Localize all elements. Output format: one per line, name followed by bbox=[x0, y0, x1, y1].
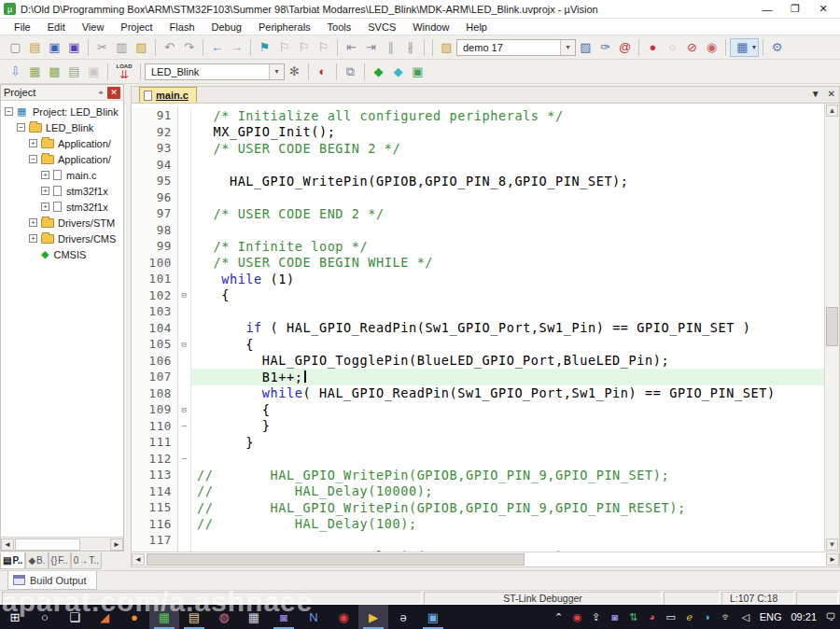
load-flash-button[interactable]: LOAD ⇊ bbox=[112, 62, 136, 82]
code-area[interactable]: 91 /* Initialize all configured peripher… bbox=[132, 104, 824, 552]
find-in-files-icon[interactable]: ▧ bbox=[437, 38, 456, 57]
tree-item-project-root[interactable]: −▦Project: LED_Blink bbox=[1, 104, 123, 119]
window-layout-dropdown[interactable]: ▦ ▾ bbox=[730, 38, 759, 57]
action-center-icon[interactable]: 🗨 bbox=[821, 605, 840, 629]
editor-hscrollbar[interactable]: ◄ ► bbox=[132, 552, 839, 566]
bookmark-next-icon[interactable]: ⚐ bbox=[294, 38, 314, 57]
matlab-icon[interactable]: ◢ bbox=[90, 605, 119, 629]
expand-icon[interactable]: + bbox=[29, 234, 37, 243]
code-line-113[interactable]: 113// HAL_GPIO_WritePin(GPIOB,GPIO_PIN_9… bbox=[132, 467, 824, 483]
fold-marker-icon[interactable]: ⊟ bbox=[178, 287, 191, 304]
code-line-98[interactable]: 98 bbox=[132, 222, 824, 239]
code-line-100[interactable]: 100 /* USER CODE BEGIN WHILE */ bbox=[132, 255, 824, 272]
code-line-101[interactable]: 101 while (1) bbox=[132, 271, 824, 287]
uncomment-icon[interactable]: ∦ bbox=[400, 38, 420, 57]
idm-icon[interactable]: ◗ bbox=[699, 605, 718, 629]
breakpoint-kill-icon[interactable]: ⊘ bbox=[682, 38, 702, 57]
incremental-find-icon[interactable]: ✑ bbox=[595, 38, 615, 57]
nav-forward-icon[interactable]: → bbox=[227, 38, 246, 57]
firefox-icon[interactable]: ● bbox=[119, 605, 149, 629]
scroll-right-icon[interactable]: ► bbox=[826, 553, 839, 566]
fold-marker-icon[interactable]: ⊟ bbox=[178, 401, 191, 418]
configure-icon[interactable]: ⚙ bbox=[767, 38, 787, 57]
redo-icon[interactable]: ↷ bbox=[179, 38, 199, 57]
code-line-102[interactable]: 102⊟ { bbox=[132, 287, 824, 304]
scroll-thumb[interactable] bbox=[147, 553, 525, 566]
menu-help[interactable]: Help bbox=[457, 21, 496, 34]
editor-vscrollbar[interactable]: ▲ ▼ bbox=[824, 104, 839, 552]
scroll-thumb[interactable] bbox=[826, 307, 838, 346]
bookmark-prev-icon[interactable]: ⚐ bbox=[274, 38, 294, 57]
camera-tray-icon[interactable]: ◙ bbox=[606, 605, 624, 629]
scroll-up-icon[interactable]: ▲ bbox=[826, 105, 838, 117]
pack-installer-icon[interactable]: ◆ bbox=[369, 63, 388, 81]
code-line-110[interactable]: 110– } bbox=[132, 418, 824, 435]
menu-flash[interactable]: Flash bbox=[161, 21, 203, 34]
target-combo-arrow-icon[interactable]: ▾ bbox=[269, 64, 284, 79]
code-line-117[interactable]: 117 bbox=[132, 532, 824, 549]
start-button[interactable]: ⊞ bbox=[0, 605, 30, 629]
maximize-button[interactable]: ❐ bbox=[782, 1, 808, 18]
minimize-button[interactable]: — bbox=[754, 1, 780, 18]
code-line-104[interactable]: 104 if ( HAL_GPIO_ReadPin(Sw1_GPIO_Port,… bbox=[132, 320, 824, 337]
save-icon[interactable]: ▣ bbox=[45, 38, 64, 57]
code-line-111[interactable]: 111 } bbox=[132, 434, 824, 451]
code-line-116[interactable]: 116// HAL_Delay(100); bbox=[132, 516, 824, 533]
copy-icon[interactable]: ▥ bbox=[112, 38, 132, 57]
menu-peripherals[interactable]: Peripherals bbox=[250, 21, 319, 34]
menu-view[interactable]: View bbox=[74, 21, 113, 34]
menu-svcs[interactable]: SVCS bbox=[359, 21, 404, 34]
new-file-icon[interactable]: ▢ bbox=[6, 38, 25, 57]
manage-kits-icon[interactable]: ▣ bbox=[408, 63, 427, 81]
code-line-93[interactable]: 93 /* USER CODE BEGIN 2 */ bbox=[132, 140, 824, 157]
tree-item-main-c[interactable]: +main.c bbox=[1, 167, 123, 183]
code-line-96[interactable]: 96 bbox=[132, 189, 824, 206]
panel-tab-books[interactable]: ◆B. bbox=[25, 552, 48, 569]
volume-icon[interactable]: ◁ bbox=[736, 605, 755, 629]
stop-build-icon[interactable]: ▣ bbox=[84, 63, 104, 81]
tree-item-stm32f1-2[interactable]: +stm32f1x bbox=[1, 199, 123, 215]
target-combo[interactable]: LED_Blink ▾ bbox=[145, 63, 285, 80]
scroll-thumb[interactable] bbox=[15, 538, 80, 551]
battery-icon[interactable]: ▭ bbox=[662, 605, 680, 629]
code-line-95[interactable]: 95 HAL_GPIO_WritePin(GPIOB,GPIO_PIN_8,GP… bbox=[132, 173, 824, 189]
tree-item-drivers-stm[interactable]: +Drivers/STM bbox=[1, 215, 123, 231]
uvision-icon[interactable]: ▦ bbox=[149, 605, 179, 629]
camera-app-icon[interactable]: ◙ bbox=[269, 605, 299, 629]
collapse-icon[interactable]: − bbox=[17, 123, 25, 132]
cut-icon[interactable]: ✂ bbox=[92, 38, 112, 57]
code-line-112[interactable]: 112– bbox=[132, 451, 824, 468]
code-line-109[interactable]: 109⊟ { bbox=[132, 401, 824, 418]
breakpoint-insert-icon[interactable]: ● bbox=[643, 38, 663, 57]
find-document-icon[interactable]: ▨ bbox=[576, 38, 595, 57]
undo-icon[interactable]: ↶ bbox=[160, 38, 179, 57]
collapse-icon[interactable]: − bbox=[5, 107, 13, 116]
find-at-icon[interactable]: @ bbox=[615, 38, 635, 57]
bookmark-clear-icon[interactable]: ⚐ bbox=[314, 38, 333, 57]
pin-icon[interactable]: ⌖ bbox=[94, 87, 107, 99]
build-output-tab[interactable]: Build Output bbox=[7, 571, 97, 590]
code-line-106[interactable]: 106 HAL_GPIO_TogglePin(BlueLED_GPIO_Port… bbox=[132, 353, 824, 370]
nav-back-icon[interactable]: ← bbox=[207, 38, 227, 57]
expand-icon[interactable]: + bbox=[29, 139, 37, 147]
build-icon[interactable]: ▦ bbox=[25, 63, 45, 81]
breakpoint-disable-all-icon[interactable]: ◉ bbox=[702, 38, 721, 57]
scroll-left-icon[interactable]: ◄ bbox=[1, 538, 14, 551]
clock[interactable]: 09:21 bbox=[786, 611, 821, 622]
tab-close-icon[interactable]: ✕ bbox=[828, 89, 835, 99]
target-options-icon[interactable]: ✻ bbox=[285, 63, 304, 81]
collapse-icon[interactable]: − bbox=[29, 155, 37, 163]
runtime-env-icon[interactable]: ◆ bbox=[388, 63, 408, 81]
n-app-icon[interactable]: N bbox=[299, 605, 329, 629]
menu-edit[interactable]: Edit bbox=[39, 21, 74, 34]
scroll-down-icon[interactable]: ▼ bbox=[826, 538, 838, 551]
close-button[interactable]: ✕ bbox=[810, 1, 836, 18]
batch-build-icon[interactable]: ▤ bbox=[64, 63, 84, 81]
indent-right-icon[interactable]: ⇥ bbox=[361, 38, 381, 57]
menu-tools[interactable]: Tools bbox=[319, 21, 360, 34]
debug-session-icon[interactable]: ◐ bbox=[313, 63, 332, 81]
indent-left-icon[interactable]: ⇤ bbox=[342, 38, 361, 57]
windows-stack-icon[interactable]: ⧉ bbox=[341, 63, 360, 81]
tab-list-dropdown-icon[interactable]: ▼ bbox=[811, 89, 820, 99]
tree-item-application-2[interactable]: −Application/ bbox=[1, 151, 123, 167]
